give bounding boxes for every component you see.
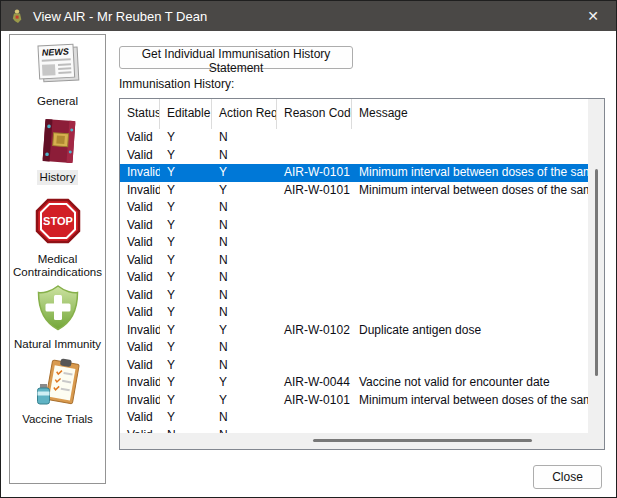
cell-action-req: N: [212, 252, 277, 270]
cell-editable: Y: [160, 322, 212, 340]
table-row[interactable]: Invalid Y Y AIR-W-0101 Minimum interval …: [120, 392, 588, 410]
column-header-message[interactable]: Message: [352, 99, 588, 129]
table-row[interactable]: Valid Y N: [120, 199, 588, 217]
cell-action-req: N: [212, 287, 277, 305]
cell-action-req: N: [212, 304, 277, 322]
table-row[interactable]: Valid Y N: [120, 357, 588, 375]
cell-status: Valid: [120, 217, 160, 235]
cell-reason-code: [277, 217, 352, 235]
table-row[interactable]: Invalid Y Y AIR-W-0044 Vaccine not valid…: [120, 374, 588, 392]
cell-editable: Y: [160, 234, 212, 252]
column-header-reason-code[interactable]: Reason Code: [277, 99, 352, 129]
cell-message: [352, 269, 588, 287]
cell-action-req: N: [212, 199, 277, 217]
cell-reason-code: [277, 252, 352, 270]
cell-editable: Y: [160, 129, 212, 147]
table-row[interactable]: Valid Y N: [120, 304, 588, 322]
sidebar-item-history[interactable]: History: [10, 115, 105, 185]
table-row[interactable]: Invalid Y Y AIR-W-0102 Duplicate antigen…: [120, 322, 588, 340]
cell-reason-code: [277, 409, 352, 427]
cell-reason-code: [277, 129, 352, 147]
view-air-dialog: View AIR - Mr Reuben T Dean ✕ NEWS Gener…: [0, 0, 617, 498]
cell-message: Minimum interval between doses of the sa…: [352, 182, 588, 200]
vertical-scrollbar[interactable]: [588, 99, 604, 433]
sidebar-item-vaccine-trials[interactable]: Vaccine Trials: [10, 357, 105, 427]
table-row[interactable]: Valid Y N: [120, 129, 588, 147]
table-row[interactable]: Invalid Y Y AIR-W-0101 Minimum interval …: [120, 182, 588, 200]
sidebar-item-label: Medical Contraindications: [10, 252, 105, 280]
newspaper-icon: NEWS: [32, 39, 84, 91]
table-row[interactable]: Valid Y N: [120, 287, 588, 305]
cell-reason-code: AIR-W-0102: [277, 322, 352, 340]
cell-reason-code: AIR-W-0101: [277, 164, 352, 182]
cell-status: Valid: [120, 129, 160, 147]
table-body: Valid Y N Valid Y N Invalid Y Y AIR-W-01…: [120, 129, 588, 433]
cell-reason-code: AIR-W-0101: [277, 182, 352, 200]
cell-message: [352, 357, 588, 375]
table-row[interactable]: Valid Y N: [120, 339, 588, 357]
clipboard-vial-icon: [32, 357, 84, 409]
cell-action-req: N: [212, 357, 277, 375]
table-header: Status Editable Action Req Reason Code M…: [120, 99, 588, 129]
cell-status: Invalid: [120, 392, 160, 410]
cell-action-req: Y: [212, 374, 277, 392]
cell-action-req: Y: [212, 182, 277, 200]
column-header-action-req[interactable]: Action Req: [212, 99, 277, 129]
window-title: View AIR - Mr Reuben T Dean: [33, 9, 207, 24]
cell-editable: Y: [160, 199, 212, 217]
cell-message: [352, 304, 588, 322]
cell-editable: Y: [160, 304, 212, 322]
window-close-button[interactable]: ✕: [570, 1, 616, 31]
sidebar-item-general[interactable]: NEWS General: [10, 39, 105, 109]
table-row[interactable]: Valid Y N: [120, 217, 588, 235]
cell-status: Valid: [120, 252, 160, 270]
cell-reason-code: AIR-W-0101: [277, 392, 352, 410]
cell-reason-code: [277, 147, 352, 165]
table-row[interactable]: Valid Y N: [120, 252, 588, 270]
cell-status: Invalid: [120, 182, 160, 200]
column-header-editable[interactable]: Editable: [160, 99, 212, 129]
cell-status: Valid: [120, 304, 160, 322]
immunisation-history-table: Status Editable Action Req Reason Code M…: [119, 98, 605, 450]
table-row[interactable]: Valid Y N: [120, 409, 588, 427]
cell-editable: Y: [160, 287, 212, 305]
get-statement-button[interactable]: Get Individual Immunisation History Stat…: [119, 46, 353, 69]
cell-action-req: Y: [212, 164, 277, 182]
cell-status: Valid: [120, 234, 160, 252]
immunisation-history-label: Immunisation History:: [119, 77, 234, 91]
table-row[interactable]: Valid Y N: [120, 147, 588, 165]
cell-reason-code: [277, 304, 352, 322]
cell-editable: Y: [160, 182, 212, 200]
table-row[interactable]: Valid Y N: [120, 234, 588, 252]
cell-status: Invalid: [120, 164, 160, 182]
scrollbar-corner: [588, 433, 604, 449]
cell-action-req: Y: [212, 322, 277, 340]
cell-status: Invalid: [120, 322, 160, 340]
sidebar-item-natural-immunity[interactable]: Natural Immunity: [10, 282, 105, 352]
sidebar: NEWS General: [9, 34, 106, 484]
column-header-status[interactable]: Status: [120, 99, 160, 129]
cell-editable: Y: [160, 409, 212, 427]
cell-message: [352, 199, 588, 217]
horizontal-scrollbar-thumb[interactable]: [313, 439, 532, 442]
table-row[interactable]: Valid Y N: [120, 269, 588, 287]
horizontal-scrollbar[interactable]: [120, 433, 588, 449]
cell-status: Valid: [120, 269, 160, 287]
sidebar-item-medical-contraindications[interactable]: STOP Medical Contraindications: [10, 197, 105, 280]
cell-action-req: N: [212, 147, 277, 165]
cell-status: Valid: [120, 357, 160, 375]
cell-reason-code: [277, 234, 352, 252]
cell-editable: Y: [160, 217, 212, 235]
cell-action-req: N: [212, 234, 277, 252]
cell-message: [352, 234, 588, 252]
vertical-scrollbar-thumb[interactable]: [595, 169, 598, 376]
cell-reason-code: [277, 357, 352, 375]
table-row[interactable]: Invalid Y Y AIR-W-0101 Minimum interval …: [120, 164, 588, 182]
stop-sign-icon: STOP: [32, 197, 84, 249]
cell-action-req: N: [212, 409, 277, 427]
cell-message: [352, 287, 588, 305]
close-button[interactable]: Close: [533, 465, 602, 489]
cell-message: [352, 217, 588, 235]
cell-message: Vaccine not valid for encounter date: [352, 374, 588, 392]
cell-status: Valid: [120, 147, 160, 165]
